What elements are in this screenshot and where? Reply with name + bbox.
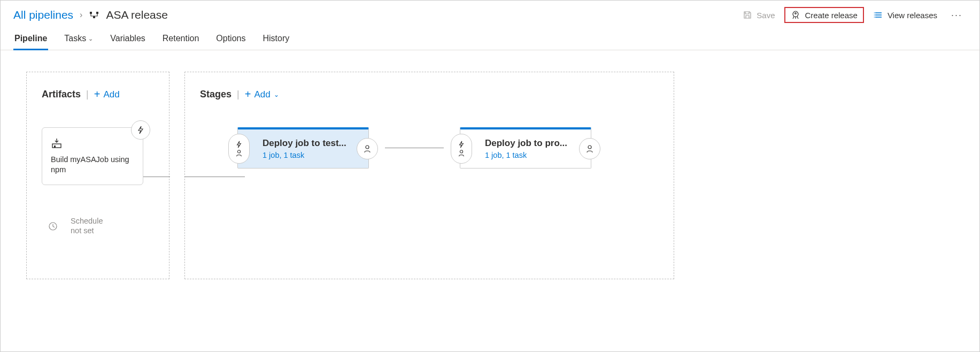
artifact-name: Build myASAJob using npm — [51, 155, 134, 175]
svg-rect-11 — [54, 146, 56, 148]
person-icon — [585, 144, 594, 153]
svg-point-13 — [237, 150, 240, 153]
save-icon — [743, 10, 752, 20]
breadcrumb-root-link[interactable]: All pipelines — [13, 9, 73, 21]
person-icon — [458, 149, 465, 157]
svg-point-8 — [874, 14, 875, 16]
schedule-row[interactable]: Schedule not set — [42, 215, 154, 238]
svg-point-3 — [795, 13, 797, 14]
breadcrumb: All pipelines › ASA release — [13, 9, 168, 21]
stage-post-conditions-badge[interactable] — [357, 138, 378, 159]
tab-bar: Pipeline Tasks⌄ Variables Retention Opti… — [1, 27, 979, 50]
lightning-icon — [136, 126, 145, 134]
view-releases-button[interactable]: View releases — [868, 7, 943, 23]
tab-history[interactable]: History — [261, 30, 290, 50]
clock-icon — [48, 221, 58, 231]
rocket-icon — [791, 10, 800, 20]
connector-line — [184, 177, 245, 177]
stages-header: Stages | + Add ⌄ — [200, 88, 659, 101]
svg-point-15 — [460, 150, 462, 153]
lightning-icon — [235, 141, 243, 148]
add-artifact-button[interactable]: + Add — [94, 88, 120, 101]
stages-title: Stages — [200, 89, 232, 100]
divider: | — [86, 89, 89, 100]
tab-pipeline[interactable]: Pipeline — [13, 30, 48, 50]
add-stage-button[interactable]: + Add ⌄ — [245, 88, 279, 101]
svg-point-9 — [874, 17, 875, 18]
build-icon — [51, 137, 134, 149]
stages-row: Deploy job to test... 1 job, 1 task Depl… — [237, 127, 659, 169]
stages-panel: Stages | + Add ⌄ Deploy job to test... 1… — [184, 72, 674, 279]
svg-point-14 — [366, 146, 369, 149]
schedule-badge — [42, 215, 64, 238]
pipeline-canvas: Artifacts | + Add Build myASAJob using n… — [1, 50, 979, 301]
stage-jobs-link[interactable]: 1 job, 1 task — [263, 151, 359, 159]
svg-rect-10 — [52, 144, 61, 148]
artifact-trigger-badge[interactable] — [131, 120, 150, 140]
more-icon: ··· — [951, 10, 962, 21]
schedule-label: Schedule not set — [71, 217, 103, 235]
more-menu-button[interactable]: ··· — [947, 7, 967, 23]
stage-pre-conditions-badge[interactable] — [451, 134, 472, 164]
save-button: Save — [737, 7, 780, 23]
page-header: All pipelines › ASA release Save Create … — [1, 1, 979, 27]
chevron-down-icon: ⌄ — [88, 35, 93, 42]
connector-line — [385, 148, 444, 148]
create-release-button[interactable]: Create release — [784, 7, 863, 23]
stage-pre-conditions-badge[interactable] — [228, 134, 250, 164]
stage-jobs-link[interactable]: 1 job, 1 task — [485, 151, 581, 159]
svg-rect-1 — [96, 12, 98, 14]
tab-tasks[interactable]: Tasks⌄ — [63, 30, 94, 50]
plus-icon: + — [245, 88, 251, 101]
pipeline-icon — [89, 10, 99, 20]
tab-variables[interactable]: Variables — [109, 30, 146, 50]
svg-point-7 — [874, 12, 875, 13]
view-releases-label: View releases — [888, 11, 937, 20]
artifacts-panel: Artifacts | + Add Build myASAJob using n… — [26, 72, 169, 279]
lightning-icon — [458, 141, 465, 148]
header-actions: Save Create release View releases ··· — [737, 7, 967, 23]
connector-line — [143, 177, 170, 177]
svg-point-16 — [588, 146, 591, 149]
person-icon — [235, 149, 243, 157]
divider: | — [237, 89, 240, 100]
tab-options[interactable]: Options — [215, 30, 246, 50]
artifact-card[interactable]: Build myASAJob using npm — [42, 127, 143, 185]
stage-name: Deploy job to test... — [263, 138, 359, 149]
stage-post-conditions-badge[interactable] — [579, 138, 600, 159]
create-release-label: Create release — [805, 11, 857, 20]
person-icon — [363, 144, 372, 153]
stage-name: Deploy job to pro... — [485, 138, 581, 149]
tab-retention[interactable]: Retention — [161, 30, 200, 50]
save-label: Save — [757, 11, 775, 20]
stage-card-prod[interactable]: Deploy job to pro... 1 job, 1 task — [460, 127, 591, 169]
page-title: ASA release — [106, 9, 168, 21]
artifacts-title: Artifacts — [42, 89, 81, 100]
plus-icon: + — [94, 88, 101, 101]
stage-card-test[interactable]: Deploy job to test... 1 job, 1 task — [237, 127, 369, 169]
list-icon — [874, 10, 883, 20]
svg-rect-0 — [90, 12, 92, 14]
chevron-down-icon: ⌄ — [274, 91, 279, 98]
chevron-right-icon: › — [80, 10, 82, 20]
artifacts-header: Artifacts | + Add — [42, 88, 154, 101]
